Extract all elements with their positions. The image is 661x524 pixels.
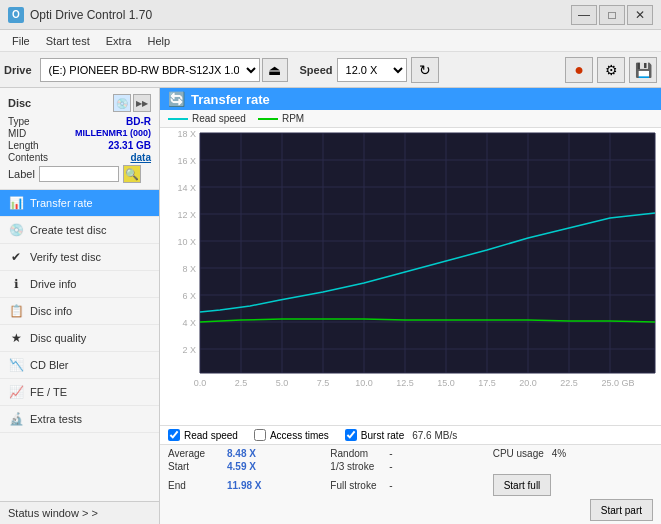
svg-text:22.5: 22.5 (560, 378, 578, 388)
sidebar-item-create-test-disc[interactable]: 💿 Create test disc (0, 217, 159, 244)
stat-cpu-label: CPU usage (493, 448, 548, 459)
disc-contents-value[interactable]: data (130, 152, 151, 163)
save-button[interactable]: 💾 (629, 57, 657, 83)
menu-file[interactable]: File (4, 33, 38, 49)
disc-label-label: Label (8, 168, 35, 180)
burst-rate-value: 67.6 MB/s (412, 430, 457, 441)
svg-text:18 X: 18 X (177, 129, 196, 139)
access-times-checkbox[interactable] (254, 429, 266, 441)
svg-text:25.0 GB: 25.0 GB (601, 378, 634, 388)
sidebar-item-disc-info[interactable]: 📋 Disc info (0, 298, 159, 325)
sidebar: Disc 💿 ▶▶ Type BD-R MID MILLENMR1 (000) … (0, 88, 160, 524)
sidebar-item-transfer-rate[interactable]: 📊 Transfer rate (0, 190, 159, 217)
legend-read-speed-color (168, 118, 188, 120)
disc-icon-btn2[interactable]: ▶▶ (133, 94, 151, 112)
chart-svg-container: 18 X 16 X 14 X 12 X 10 X 8 X 6 X 4 X 2 X… (160, 128, 661, 425)
chart-legend: Read speed RPM (160, 110, 661, 128)
svg-text:7.5: 7.5 (317, 378, 330, 388)
read-speed-checkbox-item[interactable]: Read speed (168, 429, 238, 441)
disc-info-icon: 📋 (8, 303, 24, 319)
svg-text:12.5: 12.5 (396, 378, 414, 388)
access-times-checkbox-item[interactable]: Access times (254, 429, 329, 441)
stat-average-label: Average (168, 448, 223, 459)
start-buttons-row: Start part (160, 499, 661, 524)
sidebar-item-extra-tests[interactable]: 🔬 Extra tests (0, 406, 159, 433)
drive-label: Drive (4, 64, 32, 76)
menu-extra[interactable]: Extra (98, 33, 140, 49)
disc-mid-label: MID (8, 128, 26, 139)
menu-start-test[interactable]: Start test (38, 33, 98, 49)
disc-length-label: Length (8, 140, 39, 151)
sidebar-item-disc-quality-label: Disc quality (30, 332, 86, 344)
disc-panel: Disc 💿 ▶▶ Type BD-R MID MILLENMR1 (000) … (0, 88, 159, 190)
sidebar-item-create-test-disc-label: Create test disc (30, 224, 106, 236)
stat-fullstroke-label: Full stroke (330, 480, 385, 491)
eject-button[interactable]: ⏏ (262, 58, 288, 82)
extra-tests-icon: 🔬 (8, 411, 24, 427)
settings-button[interactable]: ⚙ (597, 57, 625, 83)
read-speed-checkbox-label: Read speed (184, 430, 238, 441)
label-icon-button[interactable]: 🔍 (123, 165, 141, 183)
sidebar-item-disc-info-label: Disc info (30, 305, 72, 317)
main-content: Disc 💿 ▶▶ Type BD-R MID MILLENMR1 (000) … (0, 88, 661, 524)
title-text: Opti Drive Control 1.70 (30, 8, 152, 22)
drive-info-icon: ℹ (8, 276, 24, 292)
drive-select[interactable]: (E:) PIONEER BD-RW BDR-S12JX 1.00 (40, 58, 260, 82)
start-full-button[interactable]: Start full (493, 474, 552, 496)
disc-icon-btn1[interactable]: 💿 (113, 94, 131, 112)
refresh-button[interactable]: ↻ (411, 57, 439, 83)
start-part-button[interactable]: Start part (590, 499, 653, 521)
stat-fullstroke-value: - (389, 480, 392, 491)
stat-end-row: End 11.98 X (168, 474, 328, 496)
svg-text:12 X: 12 X (177, 210, 196, 220)
svg-text:14 X: 14 X (177, 183, 196, 193)
disc-panel-title: Disc (8, 97, 31, 109)
speed-select[interactable]: 12.0 X (337, 58, 407, 82)
svg-text:10 X: 10 X (177, 237, 196, 247)
burst-rate-checkbox-item[interactable]: Burst rate 67.6 MB/s (345, 429, 457, 441)
disc-mid-value: MILLENMR1 (000) (75, 128, 151, 139)
disc-type-label: Type (8, 116, 30, 127)
chart-title: Transfer rate (191, 92, 270, 107)
label-input[interactable] (39, 166, 119, 182)
legend-read-speed-label: Read speed (192, 113, 246, 124)
status-window-label: Status window > > (8, 507, 98, 519)
status-window-button[interactable]: Status window > > (0, 501, 159, 524)
legend-rpm: RPM (258, 113, 304, 124)
stat-start-row: Start 4.59 X (168, 461, 328, 472)
svg-text:2.5: 2.5 (235, 378, 248, 388)
stat-fullstroke-row: Full stroke - (330, 474, 490, 496)
sidebar-item-verify-test-disc[interactable]: ✔ Verify test disc (0, 244, 159, 271)
disc-length-value: 23.31 GB (108, 140, 151, 151)
stat-cpu-row: CPU usage 4% (493, 448, 653, 459)
sidebar-item-disc-quality[interactable]: ★ Disc quality (0, 325, 159, 352)
sidebar-item-fe-te[interactable]: 📈 FE / TE (0, 379, 159, 406)
burst-rate-checkbox-label: Burst rate (361, 430, 404, 441)
menu-help[interactable]: Help (139, 33, 178, 49)
fe-te-icon: 📈 (8, 384, 24, 400)
burst-rate-checkbox[interactable] (345, 429, 357, 441)
read-speed-checkbox[interactable] (168, 429, 180, 441)
create-test-disc-icon: 💿 (8, 222, 24, 238)
sidebar-item-cd-bler[interactable]: 📉 CD Bler (0, 352, 159, 379)
legend-read-speed: Read speed (168, 113, 246, 124)
stat-onethird-label: 1/3 stroke (330, 461, 385, 472)
cd-bler-icon: 📉 (8, 357, 24, 373)
close-button[interactable]: ✕ (627, 5, 653, 25)
sidebar-item-verify-test-disc-label: Verify test disc (30, 251, 101, 263)
disc-label-row: Label 🔍 (8, 165, 151, 183)
minimize-button[interactable]: — (571, 5, 597, 25)
stat-cpu-value: 4% (552, 448, 566, 459)
sidebar-item-drive-info[interactable]: ℹ Drive info (0, 271, 159, 298)
write-icon-button[interactable]: ● (565, 57, 593, 83)
disc-quality-icon: ★ (8, 330, 24, 346)
disc-mid-row: MID MILLENMR1 (000) (8, 128, 151, 139)
stat-start-value: 4.59 X (227, 461, 256, 472)
svg-rect-0 (200, 133, 655, 373)
svg-text:16 X: 16 X (177, 156, 196, 166)
toolbar: Drive (E:) PIONEER BD-RW BDR-S12JX 1.00 … (0, 52, 661, 88)
svg-text:17.5: 17.5 (478, 378, 496, 388)
stat-onethird-row: 1/3 stroke - (330, 461, 490, 472)
stat-onethird-value: - (389, 461, 392, 472)
maximize-button[interactable]: □ (599, 5, 625, 25)
